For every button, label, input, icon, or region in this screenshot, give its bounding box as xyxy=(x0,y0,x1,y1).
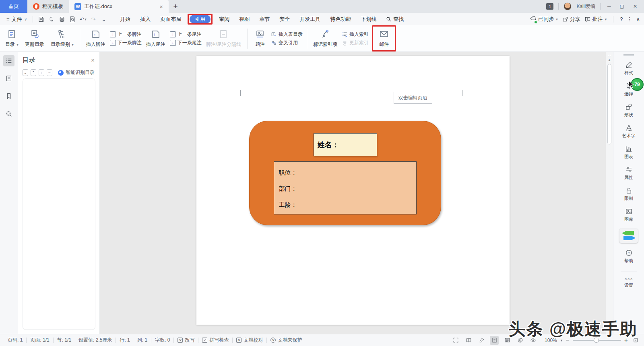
toc-zoom-in-button[interactable]: ＋ xyxy=(39,69,44,76)
caption-button[interactable]: 题注 xyxy=(252,29,268,49)
toc-button[interactable]: 目录 ▾ xyxy=(3,29,21,49)
insert-endnote-button[interactable]: 插入尾注 xyxy=(144,29,167,49)
update-index-button[interactable]: 更新索引 xyxy=(342,39,369,46)
find-button[interactable]: 查找 xyxy=(382,16,408,23)
status-word-count[interactable]: 字数: 0 xyxy=(151,337,173,344)
tab-document[interactable]: W 工作证.docx × xyxy=(69,0,169,13)
smart-toc-label: 智能识别目录 xyxy=(66,69,95,76)
toc-panel-tab[interactable] xyxy=(3,55,14,66)
sidebar-item-select[interactable]: 选择 79 xyxy=(624,82,633,97)
vertical-scrollbar[interactable]: ⚏ ▲ ▼ ≛ xyxy=(606,52,613,334)
menu-tab-page-layout[interactable]: 页面布局 xyxy=(155,14,186,25)
sidebar-item-settings[interactable]: ○○○设置 xyxy=(624,277,633,288)
sync-status-button[interactable]: 已同步 ▾ xyxy=(530,15,558,23)
redo-button[interactable]: ↷ xyxy=(89,14,98,24)
badge-card-shape[interactable]: 姓名： 职位： 部门： 工龄： xyxy=(249,121,441,225)
undo-button[interactable]: ↶▾ xyxy=(78,14,88,24)
more-options-button[interactable]: ⋮ xyxy=(627,16,632,22)
page-view-button[interactable] xyxy=(490,336,499,345)
customize-toolbar-button[interactable]: ⌄ xyxy=(99,14,109,24)
smart-toc-toggle[interactable]: 智能识别目录 xyxy=(58,69,95,76)
sidebar-item-styles[interactable]: 样式 xyxy=(624,61,633,76)
restore-button[interactable]: ▢ xyxy=(618,4,626,9)
print-button[interactable] xyxy=(57,14,67,24)
save-button[interactable] xyxy=(36,14,46,24)
menu-tab-insert[interactable]: 插入 xyxy=(135,14,155,25)
insert-table-of-figures-button[interactable]: 插入表目录 xyxy=(271,31,303,38)
footnote-separator-button[interactable]: 脚注/尾注分隔线 xyxy=(204,29,243,49)
menu-tab-section[interactable]: 章节 xyxy=(254,14,275,25)
prev-endnote-button[interactable]: ↑上一条尾注 xyxy=(170,31,202,38)
edit-header-hint-button[interactable]: 双击编辑页眉 xyxy=(394,92,432,104)
chevron-down-icon[interactable]: ▾ xyxy=(85,17,87,21)
help-button[interactable]: ? xyxy=(620,16,623,22)
protection-label: 文档未保护 xyxy=(278,337,302,344)
next-footnote-button[interactable]: ↓下一条脚注 xyxy=(110,39,142,46)
menubar-divider xyxy=(33,16,33,23)
info-fields-box[interactable]: 职位： 部门： 工龄： xyxy=(274,161,417,214)
mail-merge-button[interactable]: 邮件 xyxy=(376,29,392,49)
menu-tab-home[interactable]: 开始 xyxy=(115,14,135,25)
new-tab-button[interactable]: + xyxy=(169,0,182,13)
write-mode-button[interactable] xyxy=(477,336,486,345)
protection-status[interactable]: ✕文档未保护 xyxy=(267,337,305,344)
sidebar-item-gallery[interactable]: 图库 xyxy=(624,208,633,222)
document-page[interactable]: 双击编辑页眉 姓名： 职位： 部门： 工龄： xyxy=(196,56,510,325)
toc-expand-all-button[interactable]: ⌃ xyxy=(31,69,36,76)
proofread-toggle[interactable]: ✕文档校对 xyxy=(233,337,266,344)
sidebar-item-chart[interactable]: 图表 xyxy=(624,145,633,160)
toc-close-icon[interactable]: × xyxy=(91,57,95,64)
overlay-app-icon[interactable] xyxy=(619,229,638,243)
read-mode-button[interactable] xyxy=(464,336,473,345)
note-panel-tab[interactable] xyxy=(3,73,14,84)
session-count-badge[interactable]: 1 xyxy=(546,3,553,10)
menu-tab-review[interactable]: 审阅 xyxy=(214,14,234,25)
toc-zoom-out-button[interactable]: − xyxy=(47,69,52,76)
share-button[interactable]: 分享 xyxy=(562,16,580,23)
print-preview-button[interactable] xyxy=(68,14,77,24)
menu-tab-security[interactable]: 安全 xyxy=(275,14,295,25)
tab-home[interactable]: 首页 xyxy=(0,0,27,13)
close-button[interactable]: ✕ xyxy=(631,4,639,9)
chevron-down-icon: ▾ xyxy=(556,17,558,21)
tab-docer-templates[interactable]: 稻壳模板 xyxy=(27,0,69,13)
menu-tab-special-features[interactable]: 特色功能 xyxy=(325,14,356,25)
scroll-up-arrow-icon[interactable]: ▲ xyxy=(608,58,611,62)
sidebar-item-help[interactable]: 帮助 xyxy=(624,249,633,264)
sidebar-item-properties[interactable]: 属性 xyxy=(624,166,633,181)
sidebar-item-restrict[interactable]: 限制 xyxy=(624,187,633,202)
user-avatar[interactable] xyxy=(564,2,572,10)
tab-close-icon[interactable]: × xyxy=(159,3,163,10)
sidebar-item-shapes[interactable]: 形状 xyxy=(624,103,633,118)
sidebar-collapse-handle[interactable] xyxy=(623,54,634,56)
menu-tab-view[interactable]: 视图 xyxy=(234,14,254,25)
menu-tab-references-active[interactable]: 引用 xyxy=(190,15,211,23)
comment-button[interactable]: 批注 ▾ xyxy=(584,16,607,23)
scrollbar-thumb[interactable] xyxy=(607,64,611,144)
spellcheck-toggle[interactable]: ✓拼写检查 xyxy=(198,337,232,344)
toc-level-button[interactable]: 目录级别 ▾ xyxy=(49,29,76,49)
overwrite-toggle[interactable]: ✕改写 xyxy=(174,337,198,344)
sidebar-item-wordart[interactable]: 艺术字 xyxy=(622,124,636,139)
file-menu-button[interactable]: ≡ 文件 ∨ xyxy=(4,16,29,23)
next-endnote-button[interactable]: ↓下一条尾注 xyxy=(170,39,202,46)
export-button[interactable] xyxy=(47,14,56,24)
cross-reference-button[interactable]: 交叉引用 xyxy=(271,39,303,46)
ruler-toggle-icon[interactable]: ⚏ xyxy=(608,53,611,58)
minimize-button[interactable]: ─ xyxy=(605,4,613,9)
name-field-box[interactable]: 姓名： xyxy=(314,133,377,156)
collapse-ribbon-button[interactable]: ∧ xyxy=(636,16,640,22)
fullscreen-view-button[interactable] xyxy=(451,336,460,345)
prev-footnote-button[interactable]: ↑上一条脚注 xyxy=(110,31,142,38)
channel-watermark: 头条 @极速手助 xyxy=(508,318,638,340)
sidebar-label: 属性 xyxy=(624,175,633,181)
bookmark-panel-tab[interactable] xyxy=(3,91,14,102)
menu-tab-underline[interactable]: 下划线 xyxy=(356,14,381,25)
update-toc-button[interactable]: 更新目录 xyxy=(23,29,46,49)
toc-collapse-all-button[interactable]: ⌄ xyxy=(23,69,28,76)
menu-tab-dev-tools[interactable]: 开发工具 xyxy=(295,14,325,25)
find-replace-panel-tab[interactable] xyxy=(3,108,14,119)
insert-index-button[interactable]: 插入索引 xyxy=(342,31,369,38)
mark-index-entry-button[interactable]: 标记索引项 xyxy=(311,29,339,49)
insert-footnote-button[interactable]: 插入脚注 xyxy=(84,29,107,49)
